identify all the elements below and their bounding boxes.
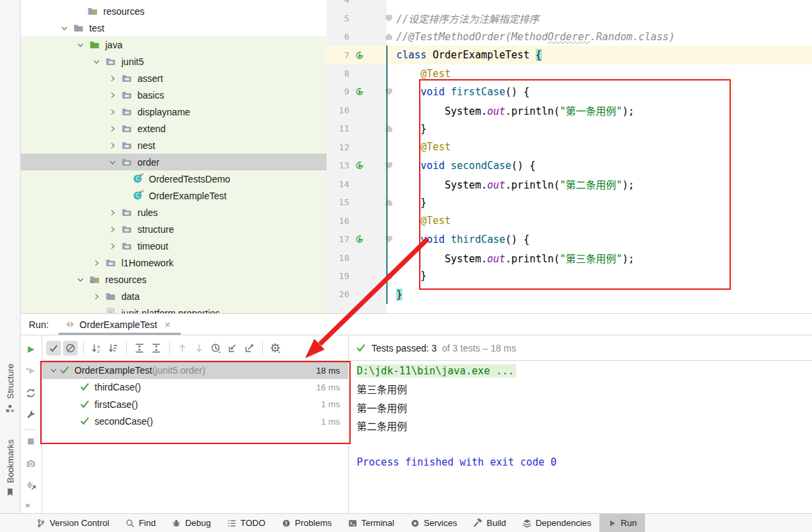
toggle-auto-test-button[interactable]	[25, 388, 36, 398]
run-tab-order-example-test[interactable]: OrderExampleTest ×	[58, 314, 182, 335]
tree-item-basics[interactable]: basics	[20, 87, 327, 103]
chevron-right-icon[interactable]	[104, 73, 121, 84]
test-status-row: Tests passed: 3 of 3 tests – 18 ms	[349, 335, 812, 361]
fold-marker-icon[interactable]	[369, 34, 396, 40]
console-output[interactable]: D:\jdk-11\bin\java.exe ...第三条用例第一条用例第二条用…	[349, 362, 812, 514]
tree-item-order[interactable]: order	[20, 154, 327, 170]
chevron-down-icon[interactable]	[56, 23, 73, 34]
test-result-firstcase[interactable]: firstCase()1 ms	[42, 396, 348, 413]
run-test-gutter-icon[interactable]	[349, 160, 369, 170]
chevron-down-icon[interactable]	[104, 157, 121, 168]
tree-item-orderexampletest[interactable]: COrderExampleTest	[20, 187, 327, 204]
more-actions-button[interactable]: »	[25, 500, 31, 510]
run-test-gutter-icon[interactable]	[349, 50, 369, 60]
code-line-7[interactable]: 7class OrderExampleTest {	[327, 46, 812, 64]
code-editor[interactable]: 45//设定排序方法为注解指定排序6//@TestMethodOrder(Met…	[327, 0, 812, 313]
console-command-text: D:\jdk-11\bin\java.exe ...	[357, 364, 516, 378]
export-test-results-button[interactable]	[242, 341, 257, 356]
tree-item-junit5[interactable]: junit5	[20, 53, 327, 70]
tree-item-extend[interactable]: extend	[20, 120, 327, 137]
code-line-4[interactable]: 4	[327, 0, 812, 9]
statusbar-tab-problems[interactable]: Problems	[274, 514, 340, 532]
tree-item-junit-platform-properties[interactable]: junit-platform.properties	[20, 305, 327, 313]
test-result-orderexampletest[interactable]: OrderExampleTest (junit5.order)18 ms	[42, 362, 348, 379]
sort-alphabetically-button[interactable]: az	[89, 341, 104, 356]
code-line-5[interactable]: 5//设定排序方法为注解指定排序	[327, 9, 812, 27]
chevron-right-icon[interactable]	[104, 224, 121, 235]
code-line-12[interactable]: 12 @Test	[327, 138, 812, 156]
code-line-17[interactable]: 17 void thirdCase() {	[327, 230, 812, 248]
close-tab-icon[interactable]: ×	[165, 319, 171, 330]
tree-item-assert[interactable]: assert	[20, 70, 327, 87]
tree-item-l1homework[interactable]: l1Homework	[20, 254, 327, 271]
code-line-15[interactable]: 15 }	[327, 193, 812, 211]
show-ignored-button[interactable]	[63, 341, 78, 356]
test-settings-button[interactable]	[25, 409, 36, 420]
chevron-right-icon[interactable]	[88, 258, 105, 268]
code-line-6[interactable]: 6//@TestMethodOrder(MethodOrderer.Random…	[327, 28, 812, 46]
statusbar-tab-debug[interactable]: Debug	[164, 514, 219, 532]
chevron-down-icon[interactable]	[48, 366, 60, 374]
chevron-right-icon[interactable]	[88, 291, 105, 302]
tree-item-nest[interactable]: nest	[20, 137, 327, 154]
run-test-gutter-icon[interactable]	[349, 234, 369, 244]
chevron-right-icon[interactable]	[104, 123, 121, 134]
test-result-secondcase[interactable]: secondCase()1 ms	[42, 413, 348, 430]
tree-item-data[interactable]: data	[20, 288, 327, 305]
fold-marker-icon[interactable]	[369, 272, 396, 279]
show-passed-button[interactable]	[46, 341, 61, 356]
test-history-button[interactable]	[209, 341, 223, 356]
fold-marker-icon[interactable]	[369, 125, 396, 132]
chevron-right-icon[interactable]	[104, 90, 121, 101]
code-line-11[interactable]: 11 }	[327, 119, 812, 138]
fold-marker-icon[interactable]	[369, 89, 396, 95]
chevron-down-icon[interactable]	[88, 56, 105, 67]
run-test-gutter-icon[interactable]	[349, 87, 369, 97]
statusbar-tab-build[interactable]: Build	[465, 514, 514, 532]
chevron-right-icon[interactable]	[104, 107, 121, 117]
code-line-13[interactable]: 13 void secondCase() {	[327, 156, 812, 174]
statusbar-tab-version-control[interactable]: Version Control	[28, 514, 117, 532]
tree-item-java[interactable]: java	[20, 36, 327, 53]
code-line-10[interactable]: 10 System.out.println("第一条用例");	[327, 101, 812, 119]
code-line-20[interactable]: 20}	[327, 285, 812, 303]
chevron-down-icon[interactable]	[72, 40, 89, 50]
code-line-16[interactable]: 16 @Test	[327, 211, 812, 229]
statusbar-tab-dependencies[interactable]: Dependencies	[514, 514, 599, 532]
code-line-18[interactable]: 18 System.out.println("第三条用例");	[327, 248, 812, 266]
statusbar-tab-run[interactable]: Run	[599, 514, 645, 532]
code-line-8[interactable]: 8 @Test	[327, 64, 812, 83]
fold-marker-icon[interactable]	[369, 15, 396, 21]
fold-marker-icon[interactable]	[369, 162, 396, 169]
collapse-all-button[interactable]	[149, 341, 164, 356]
chevron-down-icon[interactable]	[72, 274, 89, 285]
statusbar-tab-terminal[interactable]: Terminal	[340, 514, 402, 532]
tree-item-test[interactable]: test	[20, 19, 327, 36]
chevron-right-icon[interactable]	[104, 241, 121, 252]
tree-item-resources[interactable]: resources	[20, 271, 327, 288]
code-line-9[interactable]: 9 void firstCase() {	[327, 83, 812, 101]
statusbar-tab-find[interactable]: Find	[117, 514, 164, 532]
import-test-results-button[interactable]	[225, 341, 240, 356]
rerun-tests-button[interactable]	[25, 344, 36, 355]
tree-item-rules[interactable]: rules	[20, 204, 327, 221]
code-line-19[interactable]: 19 }	[327, 267, 812, 285]
sort-by-duration-button[interactable]	[106, 341, 121, 356]
chevron-right-icon[interactable]	[104, 140, 121, 151]
fold-marker-icon[interactable]	[369, 236, 396, 243]
tree-item-orderedtestsdemo[interactable]: COrderedTestsDemo	[20, 170, 327, 187]
expand-all-button[interactable]	[132, 341, 147, 356]
statusbar-tab-services[interactable]: Services	[402, 514, 465, 532]
tree-item-structure[interactable]: structure	[20, 221, 327, 237]
fold-marker-icon[interactable]	[369, 199, 396, 206]
code-line-14[interactable]: 14 System.out.println("第二条用例");	[327, 175, 812, 193]
tool-window-button-structure[interactable]: Structure	[0, 364, 20, 413]
tool-window-button-bookmarks[interactable]: Bookmarks	[0, 439, 20, 497]
tree-item-resources[interactable]: resources	[20, 3, 327, 19]
tree-item-displayname[interactable]: displayname	[20, 103, 327, 120]
test-options-gear-button[interactable]	[268, 341, 283, 356]
statusbar-tab-todo[interactable]: TODO	[219, 514, 274, 532]
chevron-right-icon[interactable]	[104, 207, 121, 218]
test-result-thirdcase[interactable]: thirdCase()16 ms	[42, 379, 348, 396]
tree-item-timeout[interactable]: timeout	[20, 237, 327, 254]
